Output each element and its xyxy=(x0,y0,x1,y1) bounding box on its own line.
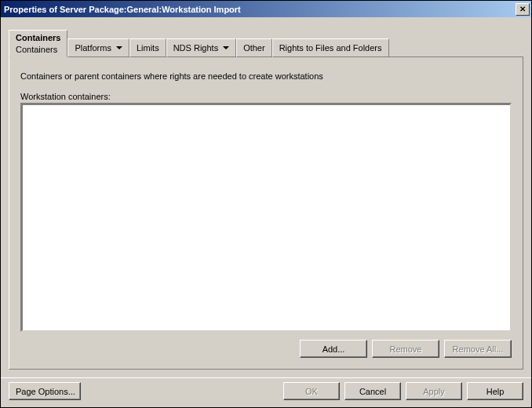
dialog-window: Properties of Server Package:General:Wor… xyxy=(0,0,532,408)
tab-nds-rights[interactable]: NDS Rights xyxy=(166,38,236,57)
window-title: Properties of Server Package:General:Wor… xyxy=(4,5,516,14)
dialog-footer: Page Options... OK Cancel Apply Help xyxy=(1,377,531,407)
tab-other[interactable]: Other xyxy=(236,38,272,57)
tab-panel: Containers or parent containers where ri… xyxy=(9,57,523,370)
tabstrip-area: Containers Containers Platforms Limits N… xyxy=(1,17,531,57)
remove-all-button[interactable]: Remove All... xyxy=(444,340,512,358)
footer-left: Page Options... xyxy=(9,382,81,400)
tab-platforms-label: Platforms xyxy=(75,43,111,53)
tab-containers-label: Containers xyxy=(16,33,60,42)
remove-button[interactable]: Remove xyxy=(372,340,439,358)
close-button[interactable]: ✕ xyxy=(516,3,530,16)
page-options-button[interactable]: Page Options... xyxy=(9,382,81,400)
ok-button[interactable]: OK xyxy=(283,382,340,400)
help-button[interactable]: Help xyxy=(467,382,523,400)
tabstrip: Containers Containers Platforms Limits N… xyxy=(9,25,523,57)
tab-platforms[interactable]: Platforms xyxy=(67,38,129,57)
chevron-down-icon xyxy=(116,46,122,49)
footer-right: OK Cancel Apply Help xyxy=(283,382,523,400)
tab-other-label: Other xyxy=(243,43,265,53)
titlebar: Properties of Server Package:General:Wor… xyxy=(1,1,531,17)
list-label: Workstation containers: xyxy=(20,92,512,101)
tab-limits[interactable]: Limits xyxy=(129,38,166,57)
tab-containers[interactable]: Containers Containers xyxy=(9,30,67,57)
tab-rights-files-folders[interactable]: Rights to Files and Folders xyxy=(272,38,389,57)
tab-limits-label: Limits xyxy=(137,43,159,53)
tab-nds-rights-label: NDS Rights xyxy=(173,43,218,53)
list-button-row: Add... Remove Remove All... xyxy=(20,340,512,358)
workstation-containers-listbox[interactable] xyxy=(20,103,512,332)
apply-button[interactable]: Apply xyxy=(406,382,462,400)
tab-containers-sublabel: Containers xyxy=(16,45,57,54)
cancel-button[interactable]: Cancel xyxy=(344,382,401,400)
close-icon: ✕ xyxy=(519,5,526,13)
instruction-text: Containers or parent containers where ri… xyxy=(20,71,512,81)
add-button[interactable]: Add... xyxy=(300,340,367,358)
listbox-content xyxy=(22,104,510,330)
tab-rights-ff-label: Rights to Files and Folders xyxy=(279,43,382,53)
chevron-down-icon xyxy=(223,46,229,49)
